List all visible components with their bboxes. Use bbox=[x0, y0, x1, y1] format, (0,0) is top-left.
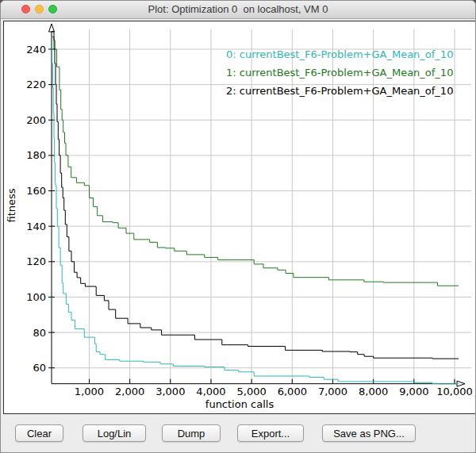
titlebar[interactable]: Plot: Optimization 0 on localhost, VM 0 bbox=[1, 1, 475, 19]
x-tick-label: 2,000 bbox=[115, 386, 144, 397]
x-tick-label: 1,000 bbox=[75, 386, 104, 397]
y-tick-label: 200 bbox=[26, 114, 46, 126]
export-button[interactable]: Export... bbox=[237, 424, 304, 442]
legend-entry-1: 1: currentBest_F6-Problem+GA_Mean_of_10 bbox=[226, 67, 453, 79]
y-tick-label: 220 bbox=[26, 79, 46, 90]
y-tick-label: 140 bbox=[26, 221, 46, 232]
y-tick-label: 60 bbox=[33, 362, 46, 374]
plot-canvas: 1,0002,0003,0004,0005,0006,0007,0008,000… bbox=[4, 21, 475, 413]
window-title: Plot: Optimization 0 on localhost, VM 0 bbox=[1, 1, 475, 18]
legend-entry-0: 0: currentBest_F6-Problem+GA_Mean_of_10 bbox=[226, 48, 453, 60]
dump-button[interactable]: Dump bbox=[162, 424, 221, 442]
plot-panel: 1,0002,0003,0004,0005,0006,0007,0008,000… bbox=[3, 21, 476, 414]
x-tick-label: 10,000 bbox=[436, 386, 473, 397]
grid-layer bbox=[52, 29, 471, 384]
x-tick-label: 8,000 bbox=[359, 386, 388, 397]
clear-button[interactable]: Clear bbox=[15, 424, 63, 442]
legend: 0: currentBest_F6-Problem+GA_Mean_of_101… bbox=[226, 48, 453, 97]
plot-window: Plot: Optimization 0 on localhost, VM 0 … bbox=[0, 0, 476, 453]
y-axis-arrow-icon bbox=[49, 24, 55, 32]
y-tick-label: 240 bbox=[26, 44, 46, 56]
x-tick-label: 5,000 bbox=[237, 386, 267, 397]
tick-label-layer: 1,0002,0003,0004,0005,0006,0007,0008,000… bbox=[6, 44, 473, 411]
x-tick-label: 4,000 bbox=[196, 386, 225, 397]
legend-entry-2: 2: currentBest_F6-Problem+GA_Mean_of_10 bbox=[226, 85, 453, 97]
series-line-2 bbox=[52, 32, 459, 359]
log-lin-button[interactable]: Log/Lin bbox=[83, 424, 146, 442]
save-as-png-button[interactable]: Save as PNG... bbox=[322, 424, 416, 442]
x-tick-label: 9,000 bbox=[399, 386, 428, 397]
x-tick-label: 6,000 bbox=[278, 386, 307, 397]
y-tick-label: 160 bbox=[26, 185, 46, 197]
x-tick-label: 7,000 bbox=[318, 386, 347, 397]
x-tick-label: 3,000 bbox=[155, 386, 185, 397]
y-tick-label: 100 bbox=[26, 291, 46, 303]
y-axis-title: fitness bbox=[6, 188, 17, 222]
y-tick-label: 80 bbox=[33, 327, 46, 339]
y-tick-label: 180 bbox=[26, 149, 46, 161]
y-tick-label: 120 bbox=[26, 255, 46, 267]
x-axis-title: function calls bbox=[205, 398, 274, 410]
